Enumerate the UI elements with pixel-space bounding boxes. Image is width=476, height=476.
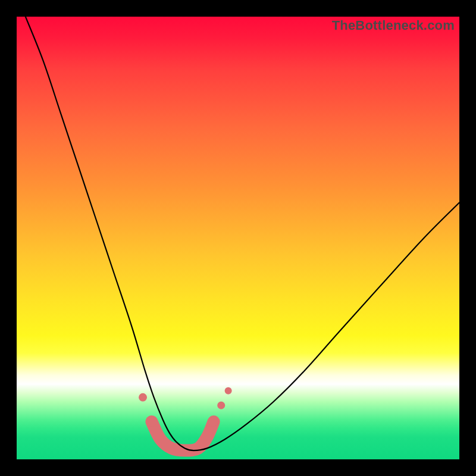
marker-dot bbox=[139, 393, 147, 402]
bottom-bracket-marker bbox=[152, 422, 214, 450]
chart-frame: TheBottleneck.com bbox=[0, 0, 476, 476]
marker-dot bbox=[217, 402, 225, 409]
marker-dot bbox=[209, 417, 218, 427]
bottleneck-curve bbox=[26, 17, 459, 450]
chart-svg bbox=[17, 17, 459, 459]
plot-area: TheBottleneck.com bbox=[17, 17, 459, 459]
marker-dot bbox=[147, 417, 156, 427]
marker-dot bbox=[225, 387, 232, 394]
